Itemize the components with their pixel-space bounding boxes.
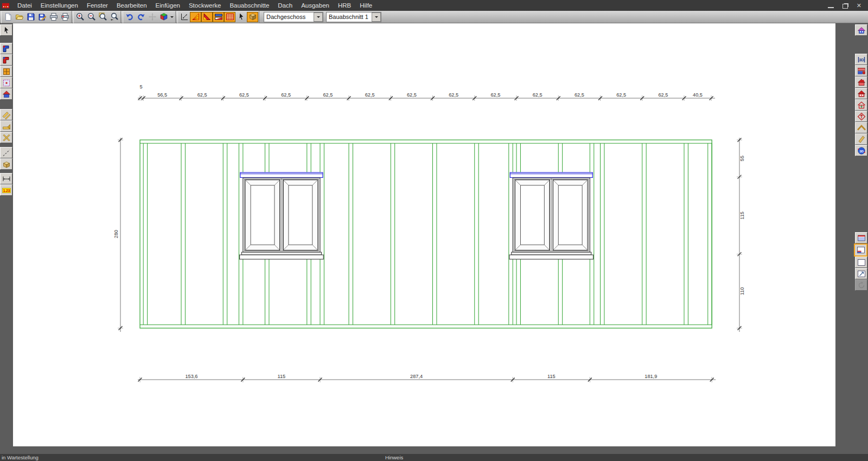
panel-arrow-button[interactable] <box>855 268 867 279</box>
hatch-view-icon <box>226 12 234 21</box>
menu-ausgaben[interactable]: Ausgaben <box>297 0 334 11</box>
redo-button[interactable] <box>135 12 146 22</box>
menu-einstellungen[interactable]: Einstellungen <box>36 0 82 11</box>
close-icon[interactable]: ✕ <box>857 3 861 8</box>
select-button[interactable] <box>0 24 12 36</box>
window-button[interactable] <box>0 66 12 77</box>
svg-text:1.23: 1.23 <box>3 188 10 192</box>
menu-einf-gen[interactable]: Einfügen <box>151 0 184 11</box>
save-as-button[interactable] <box>36 12 48 22</box>
zoom-in-button[interactable] <box>74 12 86 22</box>
storey-combobox[interactable]: Dachgeschoss <box>264 12 323 22</box>
app-logo-icon <box>2 2 10 9</box>
view-roof-icon <box>857 124 866 132</box>
menu-bauabschnitte[interactable]: Bauabschnitte <box>225 0 273 11</box>
print-preview-button[interactable] <box>59 12 71 22</box>
undo-button[interactable] <box>124 12 135 22</box>
beam-cross-button[interactable] <box>0 132 12 143</box>
chevron-down-icon[interactable] <box>314 12 323 22</box>
view-3d-button[interactable]: 3D <box>855 54 867 65</box>
menu-hrb[interactable]: HRB <box>334 0 355 11</box>
zoom-extents-icon <box>110 12 119 21</box>
panel-arrow-icon <box>857 270 866 278</box>
chevron-down-icon[interactable] <box>169 12 175 22</box>
menu-datei[interactable]: Datei <box>13 0 36 11</box>
panel-preview-button[interactable] <box>854 244 867 257</box>
beam-angle-button[interactable] <box>0 120 12 132</box>
dim-label: 62,5 <box>490 92 500 98</box>
menu-bearbeiten[interactable]: Bearbeiten <box>112 0 151 11</box>
open-folder-button[interactable] <box>14 12 25 22</box>
view-cube-button[interactable] <box>158 12 169 22</box>
wall-inner-button[interactable] <box>0 54 12 66</box>
main-toolbar: Dachgeschoss Bauabschnitt 1 <box>0 11 868 23</box>
view-plank-button[interactable] <box>855 133 867 145</box>
panel-tables-button[interactable] <box>855 232 867 244</box>
panel-blank-icon <box>857 258 866 267</box>
view-house-up-button[interactable] <box>855 111 867 122</box>
dim-label: 153,6 <box>185 374 197 379</box>
drawing-canvas[interactable]: 556,562,562,562,562,562,562,562,562,562,… <box>13 23 835 446</box>
list-123-button[interactable]: 1.23 <box>0 184 12 196</box>
zoom-extents-button[interactable] <box>108 12 120 22</box>
print-icon <box>49 12 58 21</box>
box-button[interactable] <box>0 158 12 170</box>
building-section-combobox[interactable]: Bauabschnitt 1 <box>326 12 381 22</box>
new-file-button[interactable] <box>2 12 14 22</box>
beam-icon <box>2 111 11 119</box>
hatch-view-button[interactable] <box>224 12 235 22</box>
view-house-arrow-button[interactable] <box>855 99 867 111</box>
view-house-button[interactable] <box>855 24 867 36</box>
dim-label: 62,5 <box>365 92 375 98</box>
line-dashed-button[interactable] <box>0 147 12 158</box>
restore-icon[interactable] <box>843 4 848 9</box>
rotate-button[interactable] <box>855 279 867 291</box>
beam-button[interactable] <box>0 109 12 120</box>
zoom-window-button[interactable] <box>97 12 108 22</box>
status-hint: Hinweis <box>385 454 403 461</box>
zoom-out-button[interactable] <box>86 12 97 22</box>
menu-dach[interactable]: Dach <box>273 0 297 11</box>
view-sphere-button[interactable]: 3D <box>855 145 867 156</box>
drawing-rect <box>558 185 582 245</box>
view-house-red-button[interactable] <box>855 76 867 88</box>
view-house-red-icon <box>857 78 866 87</box>
window-special-button[interactable] <box>0 77 12 88</box>
building-section-combobox-value: Bauabschnitt 1 <box>329 14 372 20</box>
dimension-button[interactable] <box>0 173 12 184</box>
pan-icon <box>148 12 157 21</box>
roof-manual-icon <box>203 12 212 21</box>
view-house-red2-button[interactable] <box>855 88 867 99</box>
dim-label: 110 <box>739 287 745 296</box>
open-folder-icon <box>15 12 24 21</box>
dim-label: 115 <box>278 374 286 379</box>
menu-stockwerke[interactable]: Stockwerke <box>184 0 225 11</box>
wall-view-button[interactable] <box>213 12 224 22</box>
dim-label: 62,5 <box>449 92 458 98</box>
print-button[interactable] <box>48 12 59 22</box>
save-as-icon <box>38 12 47 21</box>
pointer-button[interactable] <box>235 12 247 22</box>
drawing-rect <box>510 172 592 177</box>
panel-blank-button[interactable] <box>855 257 867 268</box>
pan-button[interactable] <box>146 12 158 22</box>
view-section-button[interactable] <box>855 65 867 76</box>
roof-auto-button[interactable] <box>190 12 201 22</box>
roof-manual-button[interactable] <box>201 12 213 22</box>
zoom-in-icon <box>76 12 85 21</box>
print-preview-icon <box>61 12 69 21</box>
measure-button[interactable] <box>178 12 190 22</box>
wall-outer-button[interactable] <box>0 43 12 54</box>
save-button[interactable] <box>25 12 36 22</box>
house-button[interactable] <box>0 88 12 100</box>
menu-hilfe[interactable]: Hilfe <box>355 0 376 11</box>
view-house-up-icon <box>857 112 866 121</box>
chevron-down-icon[interactable] <box>372 12 381 22</box>
menu-fenster[interactable]: Fenster <box>82 0 112 11</box>
wall-view-icon <box>214 12 223 21</box>
panel-preview-icon <box>857 246 865 254</box>
view-roof-button[interactable] <box>855 122 867 133</box>
minimize-icon[interactable] <box>828 3 834 8</box>
model-3d-button[interactable] <box>247 12 258 22</box>
dim-label: 62,5 <box>533 92 542 98</box>
